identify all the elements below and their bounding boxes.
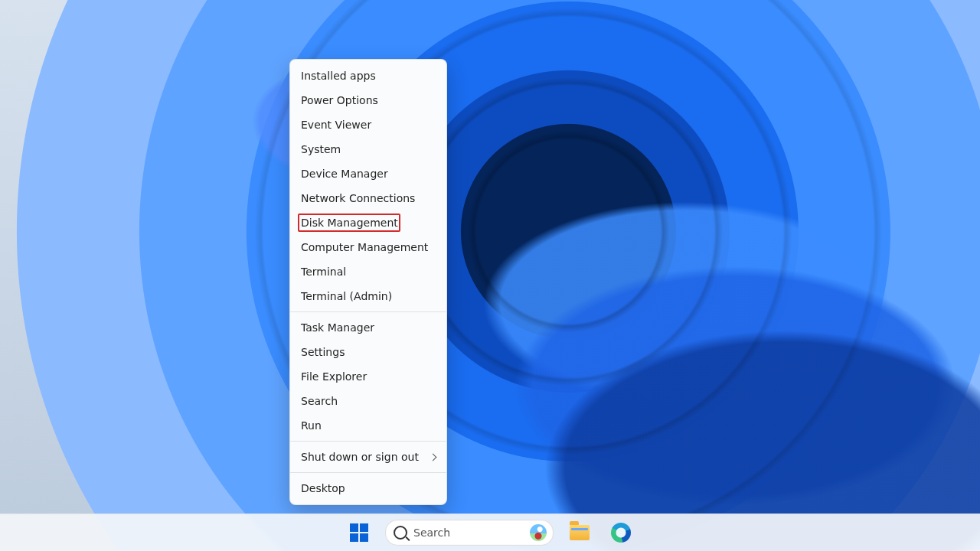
- menu-item-label: Power Options: [301, 94, 378, 106]
- menu-item-power-options[interactable]: Power Options: [290, 88, 446, 112]
- menu-item-file-explorer[interactable]: File Explorer: [290, 364, 446, 389]
- menu-item-system[interactable]: System: [290, 137, 446, 161]
- menu-separator: [290, 311, 446, 312]
- menu-item-label: Settings: [301, 346, 345, 358]
- menu-item-label: Computer Management: [301, 241, 428, 253]
- menu-item-label: Terminal (Admin): [301, 290, 392, 302]
- menu-item-settings[interactable]: Settings: [290, 340, 446, 364]
- menu-item-label: Installed apps: [301, 70, 376, 82]
- edge-icon: [611, 523, 631, 543]
- menu-item-label: Terminal: [301, 266, 346, 278]
- chevron-right-icon: [430, 453, 437, 461]
- windows-logo-icon: [350, 523, 368, 542]
- menu-item-label: Desktop: [301, 482, 345, 494]
- menu-item-network-connections[interactable]: Network Connections: [290, 186, 446, 210]
- menu-item-label: Task Manager: [301, 321, 374, 334]
- menu-item-installed-apps[interactable]: Installed apps: [290, 64, 446, 88]
- taskbar-edge[interactable]: [606, 517, 636, 548]
- menu-item-device-manager[interactable]: Device Manager: [290, 161, 446, 186]
- menu-item-terminal-admin[interactable]: Terminal (Admin): [290, 284, 446, 308]
- search-placeholder: Search: [413, 527, 524, 539]
- taskbar-file-explorer[interactable]: [564, 517, 595, 548]
- menu-item-disk-management[interactable]: Disk Management: [290, 210, 446, 235]
- menu-item-run[interactable]: Run: [290, 413, 446, 438]
- menu-item-desktop[interactable]: Desktop: [290, 476, 446, 500]
- menu-item-label: Network Connections: [301, 192, 415, 204]
- menu-item-label: Event Viewer: [301, 119, 371, 131]
- menu-item-label: Shut down or sign out: [301, 451, 419, 463]
- search-highlight-icon: [530, 524, 547, 541]
- menu-item-label: System: [301, 143, 341, 155]
- menu-item-label: File Explorer: [301, 370, 367, 383]
- menu-item-label: Disk Management: [301, 217, 398, 229]
- menu-item-task-manager[interactable]: Task Manager: [290, 315, 446, 340]
- taskbar: Search: [0, 514, 980, 551]
- desktop-wallpaper: [0, 0, 980, 551]
- menu-separator: [290, 441, 446, 442]
- menu-item-event-viewer[interactable]: Event Viewer: [290, 112, 446, 137]
- menu-item-label: Device Manager: [301, 168, 388, 180]
- menu-item-shut-down-sign-out[interactable]: Shut down or sign out: [290, 445, 446, 469]
- menu-item-label: Search: [301, 395, 338, 407]
- menu-item-search[interactable]: Search: [290, 389, 446, 413]
- menu-item-terminal[interactable]: Terminal: [290, 259, 446, 284]
- menu-item-computer-management[interactable]: Computer Management: [290, 235, 446, 259]
- winx-context-menu: Installed apps Power Options Event Viewe…: [289, 59, 447, 505]
- menu-separator: [290, 472, 446, 473]
- menu-item-label: Run: [301, 419, 322, 432]
- folder-icon: [570, 525, 590, 540]
- search-icon: [394, 526, 407, 540]
- taskbar-search[interactable]: Search: [385, 520, 554, 546]
- start-button[interactable]: [344, 517, 374, 548]
